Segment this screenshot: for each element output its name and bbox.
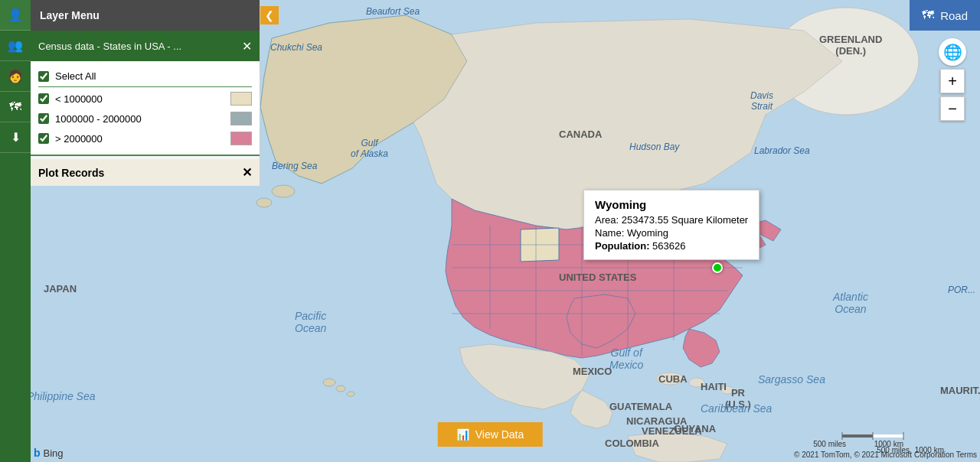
zoom-in-button[interactable]: +	[940, 69, 965, 93]
sidebar-layers-icon[interactable]: 🗺	[0, 92, 31, 122]
legend-checkbox-small[interactable]	[38, 93, 49, 104]
legend-color-small	[230, 92, 252, 106]
view-data-icon: 📊	[456, 428, 469, 441]
road-button[interactable]: 🗺 Road	[910, 0, 980, 31]
select-all-label: Select All	[55, 70, 96, 82]
legend-label-medium: 1000000 - 2000000	[55, 113, 142, 125]
svg-point-5	[336, 386, 345, 392]
svg-point-17	[689, 378, 704, 387]
sidebar: 👤 👥 🧑 🗺 ⬇	[0, 0, 31, 462]
road-label: Road	[940, 9, 968, 22]
view-data-label: View Data	[475, 428, 524, 441]
wyoming-dot	[712, 262, 723, 273]
popup-name: Name: Wyoming	[595, 227, 748, 239]
census-layer-title: Census data - States in USA - ...	[38, 41, 236, 52]
collapse-panel-button[interactable]: ❮	[260, 6, 279, 24]
census-close-button[interactable]: ✕	[242, 39, 252, 54]
svg-point-16	[656, 373, 684, 385]
road-button-area: ❯ 🗺 Road	[959, 0, 980, 31]
sidebar-person-icon[interactable]: 👤	[0, 0, 31, 31]
svg-point-6	[347, 392, 354, 396]
census-layer: Census data - States in USA - ... ✕	[31, 31, 260, 61]
sidebar-avatar-icon[interactable]: 🧑	[0, 61, 31, 92]
legend-checkbox-medium[interactable]	[38, 113, 49, 124]
svg-point-4	[323, 379, 335, 386]
svg-point-3	[256, 198, 272, 207]
legend-section: Select All < 1000000 1000000 - 2000000 >…	[31, 61, 260, 156]
popup-population-value: 563626	[652, 240, 685, 252]
popup-area-label: Area:	[595, 214, 622, 226]
layer-menu-title: Layer Menu	[40, 9, 100, 21]
bing-icon: b	[34, 447, 41, 459]
plot-records-close-button[interactable]: ✕	[242, 165, 252, 180]
svg-point-2	[272, 185, 295, 197]
view-data-button[interactable]: 📊 View Data	[438, 422, 543, 447]
plot-records-label: Plot Records	[38, 167, 104, 179]
select-all-checkbox[interactable]	[38, 71, 49, 82]
bing-logo: b Bing	[34, 447, 64, 459]
popup-population-label: Population:	[595, 240, 652, 252]
legend-item-large: > 2000000	[38, 129, 252, 148]
legend-label-small: < 1000000	[55, 93, 103, 105]
sidebar-download-icon[interactable]: ⬇	[0, 122, 31, 153]
popup-area-value: 253473.55 Square Kilometer	[622, 214, 749, 226]
popup-population: Population: 563626	[595, 240, 748, 252]
svg-point-18	[721, 386, 733, 394]
legend-item-medium: 1000000 - 2000000	[38, 109, 252, 129]
legend-color-medium	[230, 112, 252, 125]
popup-area: Area: 253473.55 Square Kilometer	[595, 214, 748, 226]
legend-item-small: < 1000000	[38, 89, 252, 109]
zoom-out-button[interactable]: −	[940, 96, 965, 121]
plot-records-section: Plot Records ✕	[31, 159, 260, 186]
wyoming-popup: Wyoming Area: 253473.55 Square Kilometer…	[583, 190, 760, 260]
popup-title: Wyoming	[595, 198, 748, 211]
bing-text: Bing	[44, 447, 64, 459]
layer-panel: Layer Menu Census data - States in USA -…	[31, 0, 260, 186]
select-all-item: Select All	[38, 67, 252, 85]
road-map-icon: 🗺	[922, 8, 934, 22]
globe-icon[interactable]: 🌐	[939, 38, 966, 66]
zoom-controls: + −	[940, 69, 965, 121]
legend-color-large	[230, 132, 252, 145]
legend-label-large: > 2000000	[55, 133, 103, 145]
sidebar-community-icon[interactable]: 👥	[0, 31, 31, 61]
svg-rect-20	[873, 434, 903, 438]
popup-name-value: Wyoming	[627, 227, 668, 239]
popup-name-label: Name:	[595, 227, 627, 239]
scale-500-label: 500 miles	[813, 440, 846, 448]
copyright-text: © 2021 TomTom, © 2021 Microsoft Corporat…	[794, 451, 977, 459]
legend-checkbox-large[interactable]	[38, 133, 49, 144]
layer-menu-header: Layer Menu	[31, 0, 260, 31]
